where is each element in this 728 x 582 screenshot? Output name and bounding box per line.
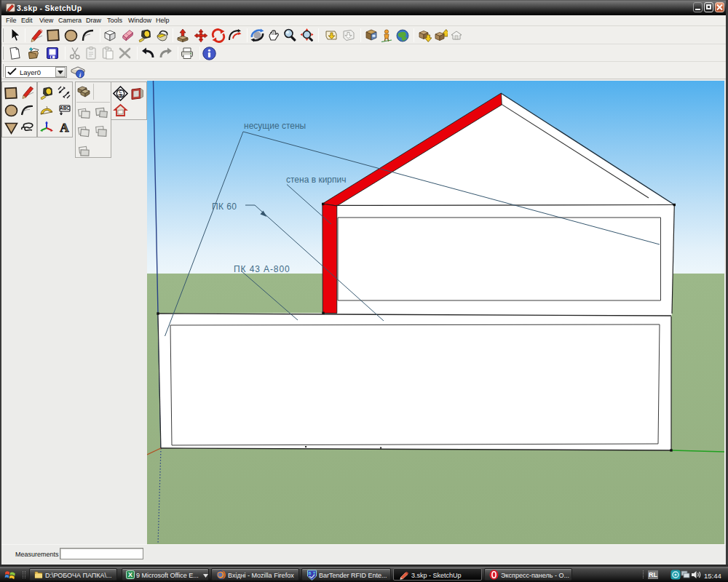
svg-text:ПК 60: ПК 60 xyxy=(212,202,237,212)
svg-text:A: A xyxy=(60,121,69,135)
svg-text:ПК 43 А-800: ПК 43 А-800 xyxy=(234,264,290,274)
svg-text:T: T xyxy=(313,571,315,575)
svg-text:несущие стены: несущие стены xyxy=(244,121,306,131)
svg-text:ABC: ABC xyxy=(60,105,70,111)
svg-text:стена в кирпич: стена в кирпич xyxy=(286,175,346,185)
svg-text:B: B xyxy=(309,571,312,575)
svg-text:C: C xyxy=(119,89,122,94)
svg-text:S: S xyxy=(119,94,122,97)
svg-text:X: X xyxy=(128,571,132,578)
